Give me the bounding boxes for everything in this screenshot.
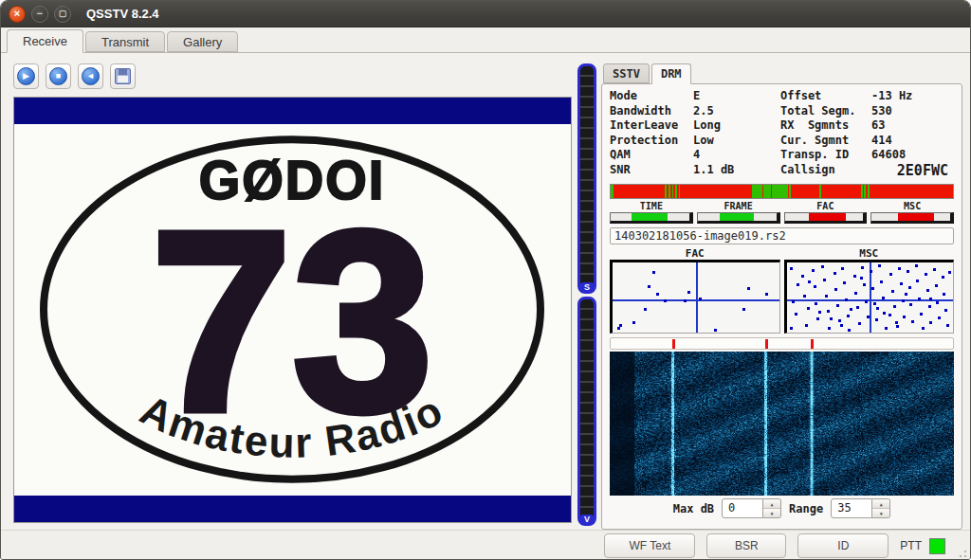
- waterfall-controls: Max dB 0 ▲▼ Range 35 ▲▼: [610, 497, 954, 521]
- info-value: E: [693, 89, 780, 104]
- msc-constellation-plot: [784, 260, 955, 334]
- range-spinbox[interactable]: 35 ▲▼: [831, 498, 890, 518]
- info-value: -13 Hz: [871, 89, 954, 104]
- frame-progress-bar: [697, 212, 780, 224]
- save-icon: [115, 68, 131, 84]
- tuning-ticks: [610, 337, 954, 350]
- range-label: Range: [789, 502, 823, 515]
- info-label: Bandwidth: [610, 104, 693, 119]
- range-arrows[interactable]: ▲▼: [872, 498, 890, 518]
- id-button[interactable]: ID: [797, 533, 889, 558]
- max-db-value[interactable]: 0: [722, 498, 763, 518]
- tab-sstv[interactable]: SSTV: [603, 63, 650, 83]
- callsign-value: 2E0FWC: [871, 163, 954, 179]
- bsr-button-label: BSR: [735, 539, 759, 552]
- spin-up-icon[interactable]: ▲: [872, 499, 889, 509]
- meter-column: S V: [572, 63, 601, 530]
- tab-gallery-label: Gallery: [183, 35, 222, 49]
- info-value: Low: [693, 134, 780, 149]
- max-db-label: Max dB: [673, 502, 714, 515]
- fac-progress-bar: [784, 212, 868, 224]
- info-label: Cur. Sgmnt: [780, 134, 871, 149]
- tab-transmit[interactable]: Transmit: [85, 31, 165, 52]
- id-button-label: ID: [837, 539, 849, 552]
- info-label: Transp. ID: [780, 148, 871, 163]
- info-label: RX Sgmnts: [780, 118, 871, 134]
- info-value: 530: [871, 104, 954, 119]
- play-icon: ▶: [17, 67, 35, 85]
- tab-receive-label: Receive: [23, 34, 67, 48]
- time-progress-bar: [610, 212, 693, 224]
- waterfall-canvas: [610, 352, 954, 496]
- rx-toolbar: ▶ ■ ◄: [13, 63, 572, 90]
- info-value: 63: [871, 118, 954, 134]
- time-progress-label: TIME: [610, 201, 693, 212]
- msc-progress-bar: [870, 212, 954, 224]
- info-value: 4: [693, 148, 780, 163]
- fac-crosshair-v: [696, 262, 698, 333]
- titlebar: × − ▢ QSSTV 8.2.4: [1, 1, 970, 27]
- volume-meter: V: [577, 297, 596, 527]
- info-label: Offset: [780, 89, 871, 104]
- tab-gallery[interactable]: Gallery: [167, 31, 238, 52]
- main-tab-bar: Receive Transmit Gallery: [1, 27, 970, 53]
- waterfall-display: [610, 352, 954, 496]
- wf-text-button[interactable]: WF Text: [604, 533, 695, 558]
- image-bottom-bar: [14, 496, 571, 522]
- bsr-button[interactable]: BSR: [706, 533, 786, 558]
- save-button[interactable]: [110, 63, 136, 89]
- stop-icon: ■: [49, 67, 67, 85]
- replay-button[interactable]: ◄: [78, 63, 103, 89]
- rx-filename: 140302181056-image019.rs2: [610, 227, 954, 244]
- spin-down-icon[interactable]: ▼: [763, 509, 780, 517]
- info-value: 1.1 dB: [693, 163, 780, 179]
- image-top-bar: [14, 98, 571, 124]
- resize-grip-icon[interactable]: [956, 547, 967, 558]
- mode-panel: SSTV DRM ModeEOffset-13 Hz Bandwidth2.5T…: [601, 63, 962, 530]
- app-window: × − ▢ QSSTV 8.2.4 Receive Transmit Galle…: [0, 0, 971, 560]
- segment-status-bar: [610, 184, 954, 199]
- spin-down-icon[interactable]: ▼: [872, 509, 889, 517]
- drm-info-grid: ModeEOffset-13 Hz Bandwidth2.5Total Segm…: [610, 89, 954, 179]
- wf-text-button-label: WF Text: [629, 539, 670, 552]
- tab-receive[interactable]: Receive: [7, 29, 83, 53]
- info-label: Callsign: [780, 163, 871, 179]
- maximize-icon[interactable]: ▢: [54, 6, 71, 23]
- sync-progress-row: TIME FRAME FAC MSC: [610, 201, 954, 224]
- msc-constellation-title: MSC: [784, 247, 955, 260]
- info-value: 2.5: [693, 104, 780, 119]
- received-image: GØDOI 73 Amateur Radio: [14, 124, 571, 496]
- ptt-label: PTT: [900, 539, 922, 552]
- tab-transmit-label: Transmit: [101, 35, 149, 49]
- close-icon[interactable]: ×: [9, 6, 26, 23]
- s-meter: S: [577, 63, 596, 294]
- fac-progress-label: FAC: [784, 201, 868, 212]
- drm-status-frame: ModeEOffset-13 Hz Bandwidth2.5Total Segm…: [601, 83, 962, 530]
- start-receive-button[interactable]: ▶: [13, 63, 39, 89]
- volume-meter-label: V: [580, 515, 594, 525]
- range-value[interactable]: 35: [831, 498, 872, 518]
- info-value: Long: [693, 118, 780, 134]
- info-label: QAM: [610, 148, 693, 163]
- info-label: Mode: [610, 89, 693, 104]
- minimize-icon[interactable]: −: [31, 6, 48, 23]
- frame-progress-label: FRAME: [697, 201, 780, 212]
- window-title: QSSTV 8.2.4: [86, 7, 159, 21]
- received-image-view: GØDOI 73 Amateur Radio: [13, 97, 572, 523]
- stop-receive-button[interactable]: ■: [46, 63, 71, 89]
- fac-constellation-plot: [610, 260, 780, 334]
- constellation-row: FAC MSC: [610, 247, 954, 334]
- tab-drm-label: DRM: [661, 67, 682, 81]
- tab-drm[interactable]: DRM: [651, 63, 691, 84]
- tab-sstv-label: SSTV: [613, 67, 640, 81]
- statusbar: WF Text BSR ID PTT: [1, 530, 970, 560]
- info-value: 414: [871, 134, 954, 149]
- spin-up-icon[interactable]: ▲: [763, 499, 780, 509]
- max-db-spinbox[interactable]: 0 ▲▼: [722, 498, 781, 518]
- info-value: 64608: [871, 148, 954, 163]
- info-label: SNR: [610, 163, 693, 179]
- max-db-arrows[interactable]: ▲▼: [763, 498, 781, 518]
- mode-tab-bar: SSTV DRM: [601, 63, 962, 83]
- info-label: Protection: [610, 134, 693, 149]
- receive-tab-content: ▶ ■ ◄ GØDOI 73 Amateur Radio: [1, 53, 970, 530]
